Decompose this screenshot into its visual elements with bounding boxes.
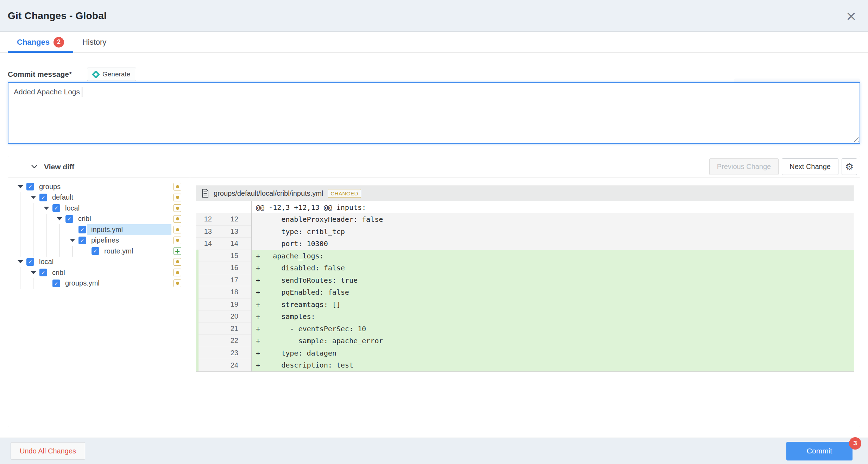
modified-status-icon	[174, 280, 181, 287]
text-caret	[82, 87, 82, 97]
new-line-number	[216, 201, 251, 213]
tree-item-label[interactable]: route.yml	[100, 246, 171, 257]
tree-checkbox[interactable]: ✓	[78, 237, 86, 244]
new-line-number: 13	[216, 226, 251, 238]
tree-row[interactable]: ✓inputs.yml	[8, 224, 190, 235]
tree-item-label[interactable]: pipelines	[87, 235, 171, 246]
tree-indent-guide	[59, 224, 59, 235]
tree-item-label[interactable]: groups.yml	[61, 278, 171, 289]
tab-history[interactable]: History	[73, 32, 115, 52]
expander-arrow-icon[interactable]	[17, 258, 24, 266]
diff-line-code: + type: datagen	[251, 347, 854, 359]
tree-item-label[interactable]: local	[61, 203, 171, 214]
diff-line: @@ -12,3 +12,13 @@ inputs:	[196, 201, 854, 213]
old-line-number	[196, 274, 216, 287]
old-line-number: 13	[196, 226, 216, 238]
tree-checkbox[interactable]: ✓	[92, 247, 99, 255]
expander-arrow-icon[interactable]	[69, 237, 76, 244]
tree-item-label[interactable]: inputs.yml	[87, 224, 171, 235]
tree-row[interactable]: ✓local	[8, 203, 190, 214]
tree-row[interactable]: ✓route.yml+	[8, 246, 190, 257]
view-diff-header: View diff Previous Change Next Change ⚙	[8, 156, 860, 177]
chevron-down-icon	[31, 165, 37, 169]
tree-checkbox[interactable]: ✓	[26, 183, 34, 190]
diff-line-code: + - eventsPerSec: 10	[251, 323, 854, 335]
diff-settings-button[interactable]: ⚙	[842, 158, 857, 175]
tree-row[interactable]: ✓local	[8, 257, 190, 268]
commit-button[interactable]: Commit	[786, 442, 853, 460]
diff-line-code: + sendToRoutes: true	[251, 274, 854, 287]
tab-history-label: History	[82, 38, 106, 47]
dialog-footer: Undo All Changes Commit 3	[0, 438, 868, 464]
tree-checkbox[interactable]: ✓	[39, 194, 47, 201]
previous-change-button[interactable]: Previous Change	[709, 158, 779, 175]
tree-indent-guide	[59, 246, 59, 257]
tree-indent-guide	[20, 224, 20, 235]
modified-status-icon	[174, 226, 181, 233]
tree-item-label[interactable]: cribl	[48, 267, 171, 278]
changed-status-badge: CHANGED	[328, 189, 361, 198]
tree-indent-guide	[20, 192, 20, 203]
tree-row[interactable]: ✓cribl	[8, 267, 190, 278]
tree-indent-guide	[46, 214, 46, 225]
view-diff-toggle[interactable]: View diff	[31, 163, 74, 171]
tree-indent-guide	[72, 246, 73, 257]
close-icon[interactable]: ×	[843, 9, 859, 23]
tree-indent-guide	[20, 214, 20, 225]
next-change-button[interactable]: Next Change	[782, 158, 838, 175]
old-line-number: 12	[196, 213, 216, 226]
diff-line: 17+ sendToRoutes: true	[196, 274, 854, 287]
tree-item-label[interactable]: groups	[35, 181, 171, 192]
tree-item-label[interactable]: default	[48, 192, 171, 203]
diff-line-code: + pqEnabled: false	[251, 286, 854, 299]
tree-row[interactable]: ✓default	[8, 192, 190, 203]
tree-checkbox[interactable]: ✓	[65, 215, 73, 223]
diff-line-code: + sample: apache_error	[251, 335, 854, 347]
expander-arrow-icon[interactable]	[17, 183, 24, 190]
modified-status-icon	[174, 194, 181, 201]
dialog-body: Commit message* Generate Added Apache Lo…	[0, 68, 868, 427]
expander-arrow-icon[interactable]	[30, 269, 37, 276]
modified-status-icon	[174, 269, 181, 276]
tree-item-label[interactable]: local	[35, 257, 171, 268]
dialog-title: Git Changes - Global	[8, 10, 107, 21]
old-line-number: 14	[196, 238, 216, 250]
tree-checkbox[interactable]: ✓	[78, 226, 86, 233]
generate-button[interactable]: Generate	[87, 68, 136, 81]
tree-row[interactable]: ✓cribl	[8, 214, 190, 225]
new-line-number: 18	[216, 286, 251, 299]
modified-status-icon	[174, 204, 181, 212]
expander-arrow-icon[interactable]	[43, 204, 50, 212]
new-line-number: 14	[216, 238, 251, 250]
new-line-number: 20	[216, 311, 251, 323]
undo-all-changes-button[interactable]: Undo All Changes	[11, 442, 85, 460]
tree-indent-guide	[20, 246, 20, 257]
diff-line-code: + disabled: false	[251, 262, 854, 274]
tree-row[interactable]: ✓groups.yml	[8, 278, 190, 289]
old-line-number	[196, 359, 216, 371]
tree-indent-guide	[59, 235, 59, 246]
commit-count-badge: 3	[849, 437, 861, 450]
tree-item-label[interactable]: cribl	[74, 214, 171, 225]
tab-changes[interactable]: Changes 2	[8, 32, 73, 52]
sparkle-icon	[92, 70, 100, 79]
tree-checkbox[interactable]: ✓	[52, 204, 60, 212]
tree-indent-guide	[46, 235, 46, 246]
expander-arrow-icon[interactable]	[56, 215, 63, 223]
diff-line: 21+ - eventsPerSec: 10	[196, 323, 854, 335]
old-line-number	[196, 335, 216, 347]
tree-checkbox[interactable]: ✓	[26, 258, 34, 266]
commit-message-value: Added Apache Logs	[14, 88, 80, 96]
tree-row[interactable]: ✓groups	[8, 181, 190, 192]
tree-checkbox[interactable]: ✓	[52, 280, 60, 287]
old-line-number	[196, 286, 216, 299]
expander-arrow-icon[interactable]	[30, 194, 37, 201]
textarea-resize-handle[interactable]	[853, 137, 858, 142]
tree-checkbox[interactable]: ✓	[39, 269, 47, 276]
diff-table: @@ -12,3 +12,13 @@ inputs:1212 enablePro…	[196, 201, 854, 372]
diff-line-code: + streamtags: []	[251, 299, 854, 311]
commit-message-input[interactable]: Added Apache Logs	[8, 82, 860, 144]
commit-message-label: Commit message*	[8, 70, 87, 79]
generate-button-label: Generate	[102, 70, 130, 78]
tree-row[interactable]: ✓pipelines	[8, 235, 190, 246]
